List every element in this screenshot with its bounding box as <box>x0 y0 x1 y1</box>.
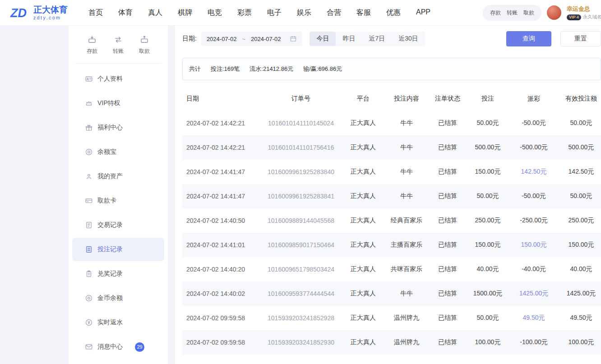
document-icon <box>85 221 93 229</box>
range-yesterday-button[interactable]: 昨日 <box>336 32 362 46</box>
sidebar-item-transaction-records[interactable]: 交易记录 <box>72 213 164 237</box>
cell-valid-bet: 100.00元 <box>558 338 601 346</box>
sidebar-item-vip[interactable]: VIP特权 <box>72 92 164 115</box>
cell-platform: 正大真人 <box>343 119 384 127</box>
table-row: 2024-07-02 14:42:21 1016010141101756416 … <box>182 135 601 160</box>
nav-item[interactable]: 电竞 <box>208 8 222 18</box>
cell-valid-bet: 49.50元 <box>558 314 601 322</box>
topbar-right: 存款 转账 取款 幸运金总 VIP 4 永久域名: z <box>483 5 601 21</box>
withdraw-link[interactable]: 取款 <box>523 9 534 17</box>
sidebar-quick-actions: 存款 转账 取款 <box>69 35 168 55</box>
search-button[interactable]: 查询 <box>506 31 551 46</box>
avatar[interactable] <box>547 5 561 20</box>
sidebar-item-rebate[interactable]: 实时返水 <box>72 311 164 334</box>
table-row: 2024-07-02 14:42:21 1016010141110145024 … <box>182 111 601 135</box>
sidebar-item-redeem-records[interactable]: 兑奖记录 <box>72 262 164 286</box>
nav-item[interactable]: APP <box>416 8 430 18</box>
user-name: 幸运金总 <box>567 5 601 13</box>
summary-winloss: 输/赢:696.86元 <box>303 65 342 73</box>
cell-date: 2024-07-02 14:42:21 <box>182 144 259 151</box>
cell-order-number: 1016010141110145024 <box>259 120 343 127</box>
nav-item[interactable]: 合营 <box>327 8 341 18</box>
nav-item[interactable]: 娱乐 <box>297 8 311 18</box>
deposit-quick-action[interactable]: 存款 <box>87 35 97 55</box>
cell-payout: -40.00元 <box>510 265 558 273</box>
sidebar-item-assets[interactable]: 我的资产 <box>72 165 164 188</box>
cell-bet-content: 共咪百家乐 <box>384 265 430 273</box>
header-status: 注单状态 <box>430 95 466 103</box>
date-range-picker[interactable]: 2024-07-02 ~ 2024-07-02 <box>201 32 303 46</box>
id-card-icon <box>85 75 93 83</box>
withdraw-quick-action[interactable]: 取款 <box>139 35 150 55</box>
bank-card-icon <box>85 197 93 205</box>
cell-bet-content: 牛牛 <box>384 290 430 298</box>
sidebar-item-message-center[interactable]: 消息中心 29 <box>72 335 164 359</box>
cell-bet-amount: 1500.00元 <box>466 290 510 298</box>
range-30days-button[interactable]: 近30日 <box>392 32 425 46</box>
cell-bet-content: 温州牌九 <box>384 338 430 346</box>
brand-logo[interactable]: ZD 正大体育 zdty.com <box>10 4 68 22</box>
date-filter-label: 日期: <box>182 35 197 43</box>
sidebar-item-withdraw-card[interactable]: 取款卡 <box>72 189 164 212</box>
header-platform: 平台 <box>343 95 384 103</box>
sidebar-item-welfare[interactable]: 福利中心 <box>72 116 164 139</box>
cell-status: 已结算 <box>430 217 466 225</box>
cell-date: 2024-07-02 14:40:50 <box>182 217 259 224</box>
table-header: 日期 订单号 平台 投注内容 注单状态 投注 派彩 有效投注额 <box>182 87 601 111</box>
cell-date: 2024-07-02 14:41:47 <box>182 168 259 175</box>
cell-valid-bet: 1425.00元 <box>558 290 601 298</box>
gold-coin-icon <box>85 294 93 302</box>
cell-status: 已结算 <box>430 290 466 298</box>
cell-payout: -500.00元 <box>510 143 558 152</box>
sidebar-item-yuebao[interactable]: 余额宝 <box>72 140 164 164</box>
cell-platform: 正大真人 <box>343 217 384 225</box>
cell-bet-content: 牛牛 <box>384 168 430 176</box>
range-7days-button[interactable]: 近7日 <box>362 32 392 46</box>
header-order-number: 订单号 <box>259 95 343 103</box>
svg-text:ZD: ZD <box>10 6 27 20</box>
nav-item[interactable]: 电子 <box>267 8 282 18</box>
nav-item[interactable]: 首页 <box>88 8 103 18</box>
transfer-quick-action[interactable]: 转账 <box>113 35 124 55</box>
cell-order-number: 1016009961925283840 <box>259 168 343 175</box>
cell-bet-amount: 50.00元 <box>466 119 510 127</box>
top-navbar: ZD 正大体育 zdty.com 首页体育真人棋牌电竞彩票电子娱乐合营客服优惠A… <box>0 0 601 25</box>
cell-date: 2024-07-02 14:41:47 <box>182 193 259 200</box>
cell-status: 已结算 <box>430 192 466 200</box>
table-row: 2024-07-02 14:41:47 1016009961925283841 … <box>182 184 601 208</box>
cell-bet-content: 温州牌九 <box>384 314 430 322</box>
table-row: 2024-07-02 14:40:50 1016009889144045568 … <box>182 208 601 233</box>
table-row: 2024-07-02 09:59:58 1015939203241852930 … <box>182 330 601 355</box>
cell-platform: 正大真人 <box>343 168 384 176</box>
cell-platform: 正大真人 <box>343 241 384 249</box>
sidebar-item-gold-balance[interactable]: 金币余额 <box>72 286 164 310</box>
cell-payout: 150.00元 <box>510 241 558 249</box>
nav-item[interactable]: 彩票 <box>237 8 252 18</box>
brand-text: 正大体育 zdty.com <box>33 5 68 20</box>
nav-item[interactable]: 优惠 <box>386 8 401 18</box>
assets-person-icon <box>85 172 93 180</box>
cell-payout: 49.50元 <box>510 314 558 322</box>
transfer-link[interactable]: 转账 <box>507 9 518 17</box>
nav-item[interactable]: 客服 <box>356 8 371 18</box>
cell-bet-amount: 500.00元 <box>466 143 510 152</box>
reset-button[interactable]: 重置 <box>560 31 601 46</box>
sidebar-item-profile[interactable]: 个人资料 <box>72 67 164 91</box>
nav-item[interactable]: 棋牌 <box>178 8 192 18</box>
cell-valid-bet: 142.50元 <box>558 168 601 176</box>
filter-row: 日期: 2024-07-02 ~ 2024-07-02 今日 昨日 近7日 近3… <box>182 31 601 47</box>
cell-date: 2024-07-02 14:40:20 <box>182 266 259 273</box>
nav-item[interactable]: 真人 <box>148 8 162 18</box>
range-today-button[interactable]: 今日 <box>310 32 336 46</box>
sidebar-item-bet-records[interactable]: 投注记录 <box>72 238 164 261</box>
date-separator: ~ <box>242 36 245 42</box>
cell-platform: 正大真人 <box>343 314 384 322</box>
nav-item[interactable]: 体育 <box>118 8 133 18</box>
cell-valid-bet: 50.00元 <box>558 192 601 200</box>
cell-valid-bet: 250.00元 <box>558 217 601 225</box>
deposit-link[interactable]: 存款 <box>490 9 501 17</box>
header-bet-content: 投注内容 <box>384 95 430 103</box>
cell-bet-content: 经典百家乐 <box>384 217 430 225</box>
vip-badge: VIP 4 <box>567 14 581 20</box>
list-icon <box>85 245 93 253</box>
